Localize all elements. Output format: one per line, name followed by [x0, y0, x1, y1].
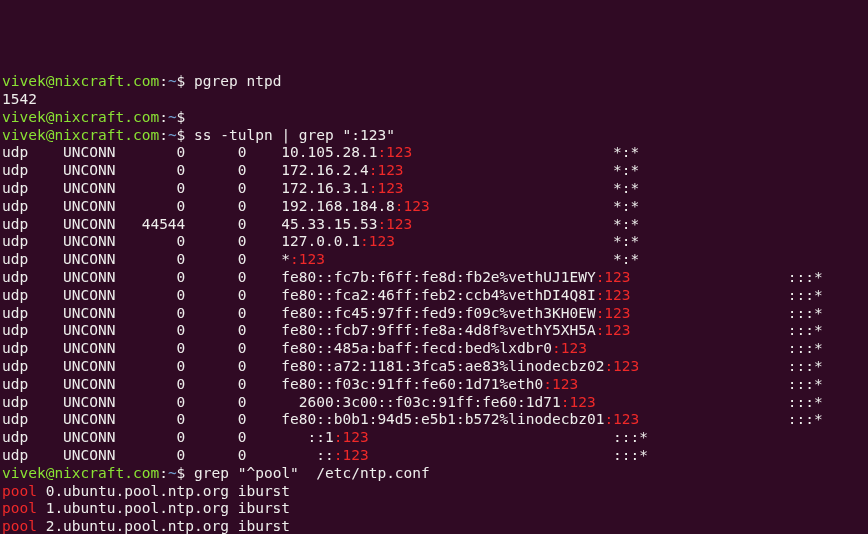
local-addr: 2600:3c00::f03c:91ff:fe60:1d71	[281, 394, 560, 410]
match-kw: pool	[2, 518, 37, 534]
typed-command: ss -tulpn | grep ":123"	[194, 127, 395, 143]
peer-addr: :::*	[788, 340, 823, 356]
cmd-line[interactable]: vivek@nixcraft.com:~$ pgrep ntpd	[2, 73, 866, 91]
peer-addr: :::*	[788, 411, 823, 427]
port-num: :123	[334, 447, 369, 463]
ss-row: udp UNCONN 0 0 172.16.3.1:123 *:*	[2, 180, 866, 198]
port-num: :123	[543, 376, 578, 392]
prompt-end: $	[177, 465, 194, 481]
local-addr: 127.0.0.1	[281, 233, 360, 249]
ss-row: udp UNCONN 0 0 127.0.0.1:123 *:*	[2, 233, 866, 251]
ss-row: udp UNCONN 0 0 fe80::fc7b:f6ff:fe8d:fb2e…	[2, 269, 866, 287]
local-addr: 192.168.184.8	[281, 198, 395, 214]
local-addr: fe80::f03c:91ff:fe60:1d71%eth0	[281, 376, 543, 392]
port-num: :123	[604, 358, 639, 374]
match-kw: pool	[2, 483, 37, 499]
ss-row: udp UNCONN 0 0 *:123 *:*	[2, 251, 866, 269]
prompt-sep: :	[159, 465, 168, 481]
ss-row: udp UNCONN 0 0 10.105.28.1:123 *:*	[2, 144, 866, 162]
grep-line: pool 2.ubuntu.pool.ntp.org iburst	[2, 518, 866, 534]
port-num: :123	[290, 251, 325, 267]
match-kw: pool	[2, 500, 37, 516]
match-rest: 2.ubuntu.pool.ntp.org iburst	[37, 518, 290, 534]
port-num: :123	[395, 198, 430, 214]
prompt-path: ~	[168, 465, 177, 481]
prompt-sep: :	[159, 127, 168, 143]
local-addr: fe80::fcb7:9fff:fe8a:4d8f%vethY5XH5A	[281, 322, 595, 338]
grep-line: pool 0.ubuntu.pool.ntp.org iburst	[2, 483, 866, 501]
port-num: :123	[552, 340, 587, 356]
terminal-output: vivek@nixcraft.com:~$ pgrep ntpd1542vive…	[2, 73, 866, 534]
port-num: :123	[360, 233, 395, 249]
local-addr: fe80::485a:baff:fecd:bed%lxdbr0	[281, 340, 552, 356]
peer-addr: *:*	[613, 251, 639, 267]
ss-row: udp UNCONN 0 0 fe80::fca2:46ff:feb2:ccb4…	[2, 287, 866, 305]
ss-row: udp UNCONN 0 0 192.168.184.8:123 *:*	[2, 198, 866, 216]
peer-addr: *:*	[613, 144, 639, 160]
output-line: 1542	[2, 91, 866, 109]
peer-addr: :::*	[788, 305, 823, 321]
typed-command: pgrep ntpd	[194, 73, 281, 89]
ss-row: udp UNCONN 0 0 fe80::b0b1:94d5:e5b1:b572…	[2, 411, 866, 429]
peer-addr: :::*	[788, 394, 823, 410]
prompt-user: vivek@nixcraft.com	[2, 127, 159, 143]
peer-addr: :::*	[788, 322, 823, 338]
prompt-sep: :	[159, 109, 168, 125]
port-num: :123	[596, 287, 631, 303]
port-num: :123	[377, 144, 412, 160]
grep-line: pool 1.ubuntu.pool.ntp.org iburst	[2, 500, 866, 518]
local-addr: fe80::a72:1181:3fca5:ae83%linodecbz02	[281, 358, 604, 374]
peer-addr: :::*	[788, 269, 823, 285]
ss-row: udp UNCONN 0 0 fe80::a72:1181:3fca5:ae83…	[2, 358, 866, 376]
port-num: :123	[369, 162, 404, 178]
local-addr: fe80::fc7b:f6ff:fe8d:fb2e%vethUJ1EWY	[281, 269, 595, 285]
ss-row: udp UNCONN 0 0 fe80::f03c:91ff:fe60:1d71…	[2, 376, 866, 394]
ss-row: udp UNCONN 0 0 :::123 :::*	[2, 447, 866, 465]
ss-row: udp UNCONN 0 0 ::1:123 :::*	[2, 429, 866, 447]
prompt-user: vivek@nixcraft.com	[2, 465, 159, 481]
peer-addr: :::*	[613, 447, 648, 463]
port-num: :123	[596, 269, 631, 285]
peer-addr: *:*	[613, 162, 639, 178]
cmd-line[interactable]: vivek@nixcraft.com:~$ grep "^pool" /etc/…	[2, 465, 866, 483]
local-addr: *	[281, 251, 290, 267]
local-addr: fe80::fc45:97ff:fed9:f09c%veth3KH0EW	[281, 305, 595, 321]
prompt-end: $	[177, 109, 194, 125]
ss-row: udp UNCONN 0 0 fe80::fc45:97ff:fed9:f09c…	[2, 305, 866, 323]
prompt-end: $	[177, 127, 194, 143]
port-num: :123	[596, 322, 631, 338]
peer-addr: *:*	[613, 180, 639, 196]
match-rest: 1.ubuntu.pool.ntp.org iburst	[37, 500, 290, 516]
peer-addr: *:*	[613, 216, 639, 232]
ss-row: udp UNCONN 44544 0 45.33.15.53:123 *:*	[2, 216, 866, 234]
local-addr: fe80::fca2:46ff:feb2:ccb4%vethDI4Q8I	[281, 287, 595, 303]
local-addr: fe80::b0b1:94d5:e5b1:b572%linodecbz01	[281, 411, 604, 427]
cmd-line[interactable]: vivek@nixcraft.com:~$	[2, 109, 866, 127]
prompt-path: ~	[168, 109, 177, 125]
peer-addr: :::*	[788, 358, 823, 374]
port-num: :123	[561, 394, 596, 410]
prompt-sep: :	[159, 73, 168, 89]
local-addr: ::	[281, 447, 333, 463]
typed-command: grep "^pool" /etc/ntp.conf	[194, 465, 430, 481]
local-addr: ::1	[281, 429, 333, 445]
port-num: :123	[369, 180, 404, 196]
local-addr: 45.33.15.53	[281, 216, 377, 232]
port-num: :123	[377, 216, 412, 232]
peer-addr: :::*	[788, 376, 823, 392]
peer-addr: *:*	[613, 198, 639, 214]
local-addr: 172.16.3.1	[281, 180, 368, 196]
peer-addr: :::*	[788, 287, 823, 303]
prompt-end: $	[177, 73, 194, 89]
match-rest: 0.ubuntu.pool.ntp.org iburst	[37, 483, 290, 499]
peer-addr: :::*	[613, 429, 648, 445]
local-addr: 10.105.28.1	[281, 144, 377, 160]
port-num: :123	[596, 305, 631, 321]
prompt-path: ~	[168, 127, 177, 143]
cmd-line[interactable]: vivek@nixcraft.com:~$ ss -tulpn | grep "…	[2, 127, 866, 145]
local-addr: 172.16.2.4	[281, 162, 368, 178]
peer-addr: *:*	[613, 233, 639, 249]
ss-row: udp UNCONN 0 0 fe80::fcb7:9fff:fe8a:4d8f…	[2, 322, 866, 340]
prompt-user: vivek@nixcraft.com	[2, 73, 159, 89]
ss-row: udp UNCONN 0 0 fe80::485a:baff:fecd:bed%…	[2, 340, 866, 358]
